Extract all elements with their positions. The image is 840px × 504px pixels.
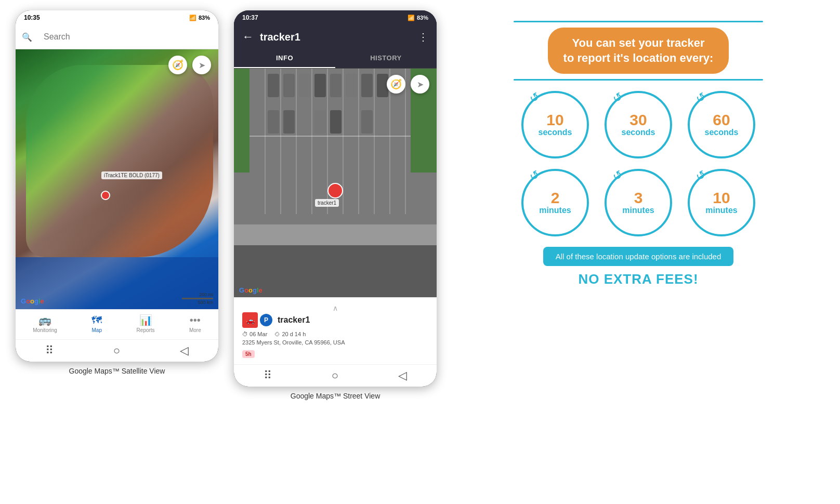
no-fees-bold: NO EXTRA FEES! — [578, 271, 698, 287]
phone2-caption: Google Maps™ Street View — [234, 392, 437, 400]
phone1-map: 🧭 ➤ iTrack1TE BOLD (0177) Google 200 mi — [16, 49, 218, 309]
phone1-mockup: 10:35 📶 83% 🔍 🧭 — [16, 10, 218, 375]
arrow-2m: ↺ — [527, 167, 542, 184]
phone2-recent-btn[interactable]: ⠿ — [264, 369, 272, 382]
interval-unit-3m: minutes — [622, 206, 654, 215]
phone1-battery: 83% — [199, 15, 210, 21]
phone2-back-btn[interactable]: ◁ — [398, 369, 407, 382]
phone2-tracker-name: tracker1 — [278, 315, 428, 325]
tracker-date: 06 Mar — [250, 331, 267, 337]
phone1-car-marker — [101, 191, 110, 200]
nav-monitoring[interactable]: 🚌 Monitoring — [33, 314, 57, 333]
svg-rect-3 — [234, 245, 437, 297]
svg-rect-20 — [330, 74, 342, 97]
phone1-google-logo: Google — [21, 297, 44, 305]
tracker-duration: 20 d 14 h — [282, 331, 306, 337]
svg-rect-18 — [299, 74, 310, 97]
phone1-navigate[interactable]: ➤ — [192, 56, 211, 74]
interval-number-60s: 60 — [713, 112, 730, 128]
svg-rect-27 — [330, 110, 342, 134]
phone1-recent-btn[interactable]: ⠿ — [45, 344, 54, 357]
nav-more-label: More — [189, 327, 201, 333]
interval-10m: ↺ 10 minutes — [688, 169, 755, 236]
tab-history[interactable]: HISTORY — [335, 49, 437, 68]
phone1-caption: Google Maps™ Satellite View — [16, 367, 218, 375]
map-icon: 🗺 — [91, 314, 102, 326]
interval-unit-10s: seconds — [539, 128, 572, 137]
headline-text: You can set your tracker to report it's … — [563, 36, 714, 65]
menu-dots-icon[interactable]: ⋮ — [418, 31, 428, 43]
phone1-nav-bar: 🚌 Monitoring 🗺 Map 📊 Reports ••• More — [16, 309, 218, 339]
phone1-home-btn[interactable]: ○ — [113, 344, 120, 357]
svg-rect-21 — [346, 74, 357, 97]
svg-point-29 — [328, 183, 343, 198]
circles-grid: ↺ 10 seconds ↺ 30 seconds ↺ 60 seconds ↺… — [521, 91, 755, 236]
svg-rect-22 — [361, 74, 373, 97]
phone2-home-btn[interactable]: ○ — [332, 369, 338, 382]
interval-60s: ↺ 60 seconds — [688, 91, 755, 158]
interval-number-3m: 3 — [634, 190, 643, 206]
svg-rect-24 — [268, 110, 279, 134]
nav-map[interactable]: 🗺 Map — [91, 314, 102, 333]
scroll-up-indicator: ∧ — [242, 304, 428, 312]
monitoring-icon: 🚌 — [38, 314, 51, 326]
blue-line-top — [514, 21, 763, 22]
interval-2m: ↺ 2 minutes — [521, 169, 589, 236]
search-icon: 🔍 — [22, 32, 32, 42]
interval-unit-30s: seconds — [622, 128, 655, 137]
phone2-battery: 83% — [417, 15, 428, 21]
phone2-navigate[interactable]: ➤ — [411, 75, 429, 94]
phone1-tracker-label: iTrack1TE BOLD (0177) — [101, 171, 162, 179]
headline-box: You can set your tracker to report it's … — [548, 28, 729, 74]
phone1-wifi-icon: 📶 — [189, 15, 196, 21]
phone2-compass[interactable]: 🧭 — [387, 75, 405, 94]
interval-number-2m: 2 — [551, 190, 560, 206]
arrow-10s: ↺ — [527, 89, 542, 106]
svg-rect-26 — [314, 110, 326, 134]
svg-rect-16 — [268, 74, 279, 97]
nav-more[interactable]: ••• More — [189, 314, 201, 333]
p-badge: P — [260, 314, 272, 326]
phone2-status-bar: 10:37 📶 83% — [234, 10, 437, 25]
scale-200mi: 200 mi — [199, 292, 213, 297]
info-panel: You can set your tracker to report it's … — [452, 10, 824, 293]
nav-reports-label: Reports — [137, 327, 155, 333]
phone1-back-btn[interactable]: ◁ — [180, 344, 189, 357]
no-fees-label: All of these location update options are… — [556, 252, 721, 261]
date-icon: ⏱ 06 Mar — [242, 331, 267, 337]
interval-unit-2m: minutes — [539, 206, 571, 215]
nav-reports[interactable]: 📊 Reports — [137, 314, 155, 333]
time-badge: 5h — [242, 350, 255, 358]
blue-line-mid — [514, 79, 763, 81]
phone2-bottom-bar: ⠿ ○ ◁ — [234, 364, 437, 387]
phone2-status-icons: 📶 83% — [408, 15, 428, 21]
no-fees-banner: All of these location update options are… — [543, 247, 734, 266]
phone2-tracker-label: tracker1 — [315, 199, 339, 207]
interval-unit-10m: minutes — [705, 206, 737, 215]
phone2-time: 10:37 — [242, 14, 258, 21]
reports-icon: 📊 — [139, 314, 152, 326]
phone2-google-logo: Google — [239, 286, 262, 294]
svg-rect-2 — [234, 69, 250, 173]
search-input[interactable] — [36, 29, 212, 45]
scale-500km: 500 km — [198, 300, 213, 305]
phone2-header: ← tracker1 ⋮ — [234, 25, 437, 49]
phone2-map: tracker1 Google 🧭 ➤ — [234, 69, 437, 297]
phone2-title: tracker1 — [260, 31, 412, 43]
tab-info[interactable]: INFO — [234, 49, 335, 68]
interval-30s: ↺ 30 seconds — [605, 91, 672, 158]
arrow-3m: ↺ — [610, 167, 625, 184]
tracker-icon-wrapper: 🚗 P — [242, 312, 272, 328]
phone1-compass[interactable]: 🧭 — [168, 56, 187, 74]
arrow-10m: ↺ — [693, 167, 708, 184]
arrow-30s: ↺ — [610, 89, 625, 106]
duration-icon: ⏲ 20 d 14 h — [274, 331, 306, 337]
tracker-address: 2325 Myers St, Oroville, CA 95966, USA — [242, 339, 428, 346]
phone1-time: 10:35 — [24, 14, 40, 21]
interval-10s: ↺ 10 seconds — [521, 91, 589, 158]
arrow-60s: ↺ — [693, 89, 708, 106]
back-button[interactable]: ← — [242, 30, 254, 44]
nav-map-label: Map — [92, 327, 102, 333]
nav-monitoring-label: Monitoring — [33, 327, 57, 333]
svg-rect-19 — [314, 74, 326, 97]
